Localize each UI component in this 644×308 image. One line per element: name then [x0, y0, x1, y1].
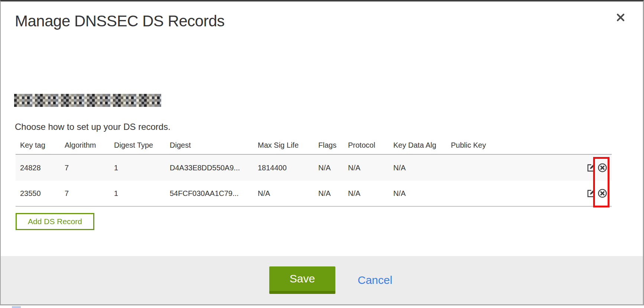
cell-digest: 54FCF030AA1C79...: [165, 189, 253, 198]
manage-dnssec-modal: Manage DNSSEC DS Records Choose how to s…: [0, 0, 644, 305]
delete-record-button[interactable]: [598, 189, 607, 198]
footer-actions: Save Cancel: [269, 266, 392, 294]
table-row: 24828 7 1 D4A33E8DD550A9... 1814400 N/A …: [16, 155, 612, 181]
add-ds-record-button[interactable]: Add DS Record: [16, 213, 94, 230]
modal-footer: Save Cancel: [1, 256, 643, 304]
cell-algorithm: 7: [60, 164, 110, 172]
cell-key-data-alg: N/A: [389, 164, 446, 172]
subtitle-text: Choose how to set up your DS records.: [15, 122, 170, 132]
column-header-key-data-alg: Key Data Alg: [389, 141, 446, 150]
column-header-protocol: Protocol: [344, 141, 389, 150]
cell-key-tag: 24828: [16, 164, 60, 172]
column-header-key-tag: Key tag: [16, 141, 60, 150]
close-button[interactable]: [614, 10, 628, 24]
edit-record-button[interactable]: [586, 163, 596, 173]
cell-max-sig-life: 1814400: [253, 164, 314, 172]
ds-records-table: Key tag Algorithm Digest Type Digest Max…: [16, 137, 612, 207]
column-header-flags: Flags: [314, 141, 344, 150]
delete-record-button[interactable]: [598, 163, 607, 173]
column-header-algorithm: Algorithm: [60, 141, 110, 150]
column-header-max-sig-life: Max Sig Life: [253, 141, 314, 150]
edit-icon: [586, 163, 596, 173]
delete-circle-icon: [598, 163, 607, 173]
cell-digest-type: 1: [110, 164, 165, 172]
column-header-digest: Digest: [165, 141, 253, 150]
save-button[interactable]: Save: [269, 266, 335, 294]
edit-record-button[interactable]: [586, 189, 596, 198]
cell-key-data-alg: N/A: [389, 189, 446, 198]
row-actions: [584, 189, 612, 198]
table-header-row: Key tag Algorithm Digest Type Digest Max…: [16, 137, 612, 155]
cell-protocol: N/A: [344, 164, 389, 172]
column-header-digest-type: Digest Type: [110, 141, 165, 150]
cell-protocol: N/A: [344, 189, 389, 198]
cell-key-tag: 23550: [16, 189, 60, 198]
page-background: Manage DNSSEC DS Records Choose how to s…: [0, 0, 644, 308]
cell-flags: N/A: [314, 164, 344, 172]
redacted-domain-name: [14, 94, 161, 107]
cell-max-sig-life: N/A: [253, 189, 314, 198]
close-icon: [615, 12, 626, 23]
row-actions: [584, 163, 612, 173]
delete-circle-icon: [598, 189, 607, 198]
cell-flags: N/A: [314, 189, 344, 198]
edit-icon: [586, 189, 596, 198]
cancel-link[interactable]: Cancel: [358, 274, 392, 286]
background-page-fragment: [12, 306, 21, 308]
modal-title: Manage DNSSEC DS Records: [15, 12, 225, 30]
cell-algorithm: 7: [60, 189, 110, 198]
column-header-public-key: Public Key: [446, 141, 584, 150]
table-row: 23550 7 1 54FCF030AA1C79... N/A N/A N/A …: [16, 181, 612, 207]
cell-digest: D4A33E8DD550A9...: [165, 164, 253, 172]
cell-digest-type: 1: [110, 189, 165, 198]
